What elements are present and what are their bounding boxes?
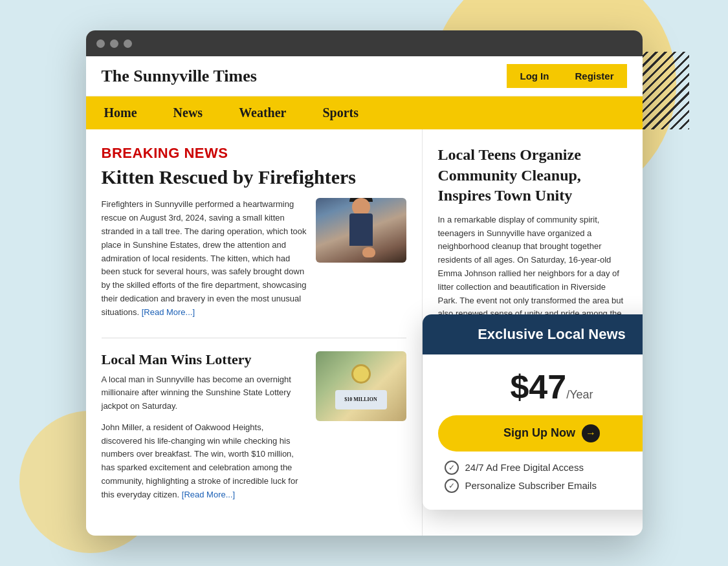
login-button[interactable]: Log In xyxy=(507,64,562,88)
person-body xyxy=(349,213,373,246)
breaking-news-section: BREAKING NEWS Kitten Rescued by Firefigh… xyxy=(102,145,406,319)
lottery-check: $10 MILLION xyxy=(335,390,387,409)
article2-content: Local Man Wins Lottery A local man in Su… xyxy=(102,351,307,502)
header-actions: Log In Register xyxy=(507,64,626,88)
subscription-features: ✓ 24/7 Ad Free Digital Access ✓ Personal… xyxy=(438,461,643,493)
kitten xyxy=(362,247,375,257)
bg-decoration-stripes xyxy=(637,52,689,129)
register-button[interactable]: Register xyxy=(562,64,626,88)
site-nav: Home News Weather Sports xyxy=(86,96,643,129)
article-divider xyxy=(102,338,406,338)
article2-image: $10 MILLION xyxy=(316,351,406,421)
breaking-news-label: BREAKING NEWS xyxy=(102,145,406,162)
nav-item-weather[interactable]: Weather xyxy=(221,96,304,129)
check-icon-2: ✓ xyxy=(445,479,459,493)
feature-item-1: ✓ 24/7 Ad Free Digital Access xyxy=(445,461,643,475)
site-header: The Sunnyville Times Log In Register xyxy=(86,56,643,96)
sub-card-header: Exclusive Local News xyxy=(423,314,643,354)
site-title: The Sunnyville Times xyxy=(102,67,257,86)
article2-section: Local Man Wins Lottery A local man in Su… xyxy=(102,351,406,502)
left-column: BREAKING NEWS Kitten Rescued by Firefigh… xyxy=(86,129,423,535)
article1-text: Firefighters in Sunnyville performed a h… xyxy=(102,198,307,319)
nav-item-news[interactable]: News xyxy=(155,96,221,129)
article1-title: Kitten Rescued by Firefighters xyxy=(102,166,406,189)
article1-image xyxy=(316,198,406,263)
nav-item-sports[interactable]: Sports xyxy=(304,96,377,129)
nav-item-home[interactable]: Home xyxy=(86,96,155,129)
article2-text: John Miller, a resident of Oakwood Heigh… xyxy=(102,421,307,502)
browser-chrome xyxy=(86,30,643,56)
browser-dot-green xyxy=(124,39,132,48)
right-article-title: Local Teens Organize Community Cleanup, … xyxy=(438,145,627,206)
price-period: /Year xyxy=(566,388,593,401)
article1-body: Firefighters in Sunnyville performed a h… xyxy=(102,198,406,319)
article1-read-more[interactable]: [Read More...] xyxy=(142,307,195,317)
lottery-image-content: $10 MILLION xyxy=(329,351,393,421)
firefighter-silhouette xyxy=(342,198,381,263)
browser-window: The Sunnyville Times Log In Register Hom… xyxy=(86,30,643,535)
article2-title: Local Man Wins Lottery xyxy=(102,351,307,368)
main-content: BREAKING NEWS Kitten Rescued by Firefigh… xyxy=(86,129,643,535)
lottery-coin xyxy=(351,364,371,384)
sub-card-body: $47/Year Sign Up Now → ✓ 24/7 Ad Free Di… xyxy=(423,354,643,510)
signup-button-label: Sign Up Now xyxy=(503,426,575,440)
check-icon-1: ✓ xyxy=(445,461,459,475)
browser-dot-red xyxy=(96,39,105,48)
price-display: $47/Year xyxy=(438,367,643,406)
article2-body: Local Man Wins Lottery A local man in Su… xyxy=(102,351,406,502)
feature-label-1: 24/7 Ad Free Digital Access xyxy=(465,462,584,473)
signup-button[interactable]: Sign Up Now → xyxy=(438,415,643,452)
price-amount: $47 xyxy=(510,368,566,406)
browser-dot-yellow xyxy=(110,39,118,48)
subscription-card: Exclusive Local News $47/Year Sign Up No… xyxy=(423,314,643,510)
feature-item-2: ✓ Personalize Subscriber Emails xyxy=(445,479,643,493)
article2-read-more[interactable]: [Read More...] xyxy=(182,490,235,499)
article2-summary: A local man in Sunnyville has become an … xyxy=(102,373,307,413)
signup-arrow-icon: → xyxy=(582,424,600,442)
right-column: Local Teens Organize Community Cleanup, … xyxy=(423,129,643,535)
feature-label-2: Personalize Subscriber Emails xyxy=(465,480,597,491)
